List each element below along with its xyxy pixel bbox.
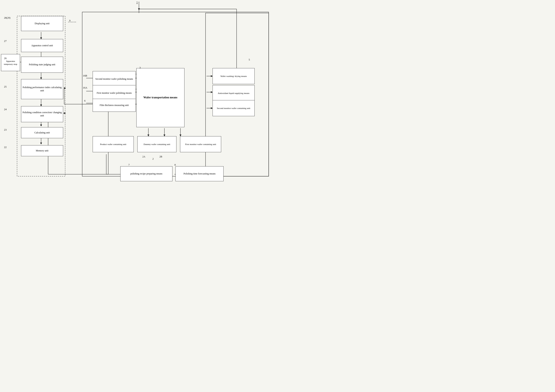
label-2829: 28(29) — [4, 16, 10, 19]
label-9: 9 — [69, 19, 71, 22]
calculating-unit-box: Calculating unit — [21, 127, 63, 138]
svg-marker-10 — [40, 78, 42, 79]
polishing-state-judging-box: Polishing state judging unit — [21, 57, 63, 73]
svg-marker-36 — [164, 135, 165, 136]
label-25: 25 — [4, 85, 7, 88]
label-26: 26 — [4, 57, 7, 60]
svg-marker-14 — [40, 125, 42, 126]
second-monitor-containing-box: Second monitor wafer containing unit — [212, 100, 255, 116]
polishing-recipe-preparing-box: polishing recipe preparing means — [120, 166, 172, 181]
label-6: 6 — [84, 99, 86, 102]
svg-marker-38 — [180, 135, 181, 136]
svg-marker-1 — [138, 8, 140, 10]
label-7: 7 — [128, 163, 130, 166]
apparatus-control-box: Apparatus control unit — [21, 39, 63, 52]
diagram: Displaying unit Apparatus control unit P… — [0, 0, 278, 196]
svg-marker-16 — [40, 143, 42, 144]
label-3: 3 — [139, 66, 141, 69]
dummy-wafer-containing-box: Dummy wafer containing unit — [137, 136, 176, 152]
label-22: 22 — [4, 146, 7, 149]
label-24: 24 — [4, 108, 7, 111]
label-23: 23 — [4, 128, 7, 131]
polishing-condition-correction-box: Polishing condition correction/ changing… — [21, 106, 63, 122]
memory-unit-box: Memory unit — [21, 145, 63, 156]
svg-marker-42 — [211, 91, 212, 93]
first-monitor-containing-box: First monitor wafer containing unit — [180, 136, 221, 152]
svg-marker-12 — [40, 105, 42, 106]
label-2: 2 — [152, 157, 154, 160]
polishing-performance-box: Polishing performance index calculating … — [21, 79, 63, 99]
label-8: 8 — [175, 163, 176, 166]
label-16A: 16A — [83, 86, 87, 89]
svg-marker-40 — [211, 75, 212, 77]
film-thickness-box: Film thickness measuring unit — [93, 99, 136, 112]
second-monitor-polishing-box: Second monitor wafer polishing means — [93, 71, 136, 87]
label-5: 5 — [249, 58, 250, 61]
svg-marker-48 — [64, 87, 66, 89]
wafer-washing-drying-box: Wafer washing/ drying means — [212, 68, 255, 84]
displaying-unit-box: Displaying unit — [21, 16, 63, 31]
label-2A: 2A — [142, 155, 145, 158]
polishing-time-forecasting-box: Polishing time forecasting means — [175, 166, 224, 181]
svg-marker-6 — [40, 37, 42, 39]
svg-marker-34 — [147, 135, 149, 136]
label-1: 1 — [136, 1, 138, 4]
label-16B: 16B — [83, 74, 87, 77]
wafer-transportation-box: Wafer transportation means — [136, 68, 184, 127]
label-2B: 2B — [159, 155, 162, 158]
svg-marker-44 — [211, 107, 212, 109]
label-27: 27 — [4, 39, 7, 43]
product-wafer-containing-box: Product wafer containing unit — [93, 136, 134, 152]
svg-marker-63 — [64, 112, 66, 114]
antioxidant-liquid-box: Antioxidant liquid supplying means — [212, 85, 255, 101]
